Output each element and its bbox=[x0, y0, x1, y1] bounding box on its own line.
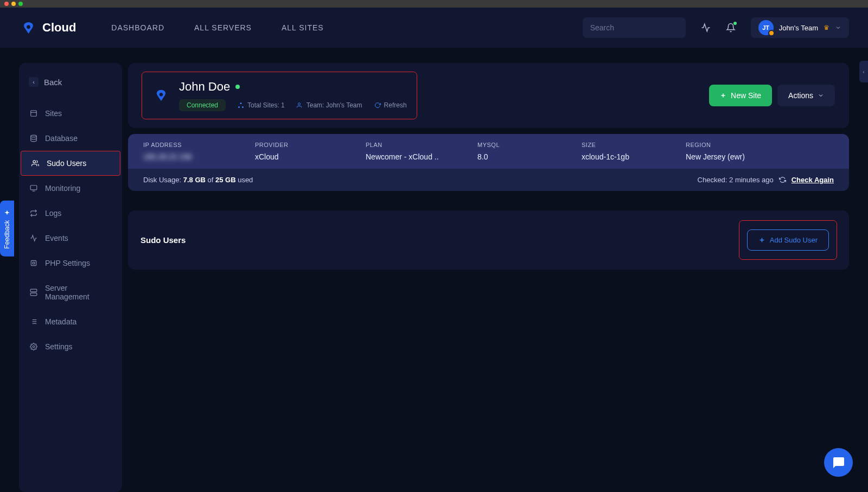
sidebar-item-monitoring[interactable]: Monitoring bbox=[19, 176, 122, 201]
database-icon bbox=[30, 135, 37, 142]
checked-timestamp: Checked: 2 minutes ago bbox=[698, 176, 774, 184]
mac-maximize-dot[interactable] bbox=[18, 2, 23, 6]
sidebar-item-php-settings[interactable]: PHP Settings bbox=[19, 251, 122, 276]
logs-icon bbox=[30, 209, 37, 217]
feedback-tab[interactable]: Feedback bbox=[0, 201, 14, 257]
svg-point-20 bbox=[238, 106, 240, 108]
server-management-icon bbox=[30, 289, 37, 296]
info-provider: PROVIDER xCloud bbox=[255, 142, 366, 161]
sidebar-item-server-management[interactable]: Server Management bbox=[19, 276, 122, 309]
sudo-users-title: Sudo Users bbox=[141, 235, 186, 245]
info-plan: PLAN Newcomer - xCloud .. bbox=[366, 142, 477, 161]
svg-point-19 bbox=[240, 103, 242, 104]
svg-point-5 bbox=[33, 161, 36, 163]
activity-button[interactable] bbox=[701, 23, 711, 33]
settings-icon bbox=[30, 343, 37, 350]
monitoring-icon bbox=[30, 184, 37, 192]
nav-links: DASHBOARD ALL SERVERS ALL SITES bbox=[111, 23, 323, 32]
svg-rect-9 bbox=[33, 262, 35, 264]
nav-link-dashboard[interactable]: DASHBOARD bbox=[111, 23, 164, 32]
svg-rect-2 bbox=[31, 111, 37, 117]
chevron-left-icon: ‹ bbox=[863, 69, 864, 75]
metadata-icon bbox=[30, 318, 37, 325]
sidebar-item-sites[interactable]: Sites bbox=[19, 101, 122, 126]
plus-icon bbox=[758, 237, 765, 244]
server-header-highlight: John Doe Connected Total Sites: 1 Team: … bbox=[142, 72, 417, 119]
sidebar-item-label: Events bbox=[45, 234, 68, 242]
sidebar-item-label: Database bbox=[45, 134, 78, 143]
activity-icon bbox=[701, 23, 711, 33]
connection-status: Connected bbox=[179, 99, 226, 111]
server-header-card: John Doe Connected Total Sites: 1 Team: … bbox=[128, 63, 849, 128]
notifications-button[interactable] bbox=[726, 23, 736, 33]
svg-point-21 bbox=[242, 106, 244, 108]
mac-close-dot[interactable] bbox=[4, 2, 9, 6]
server-name: John Doe bbox=[179, 80, 230, 94]
sidebar-item-label: PHP Settings bbox=[45, 259, 90, 267]
refresh-button[interactable]: Refresh bbox=[374, 101, 407, 109]
avatar: JT bbox=[758, 20, 774, 35]
nav-link-all-servers[interactable]: ALL SERVERS bbox=[194, 23, 252, 32]
mac-window-chrome bbox=[0, 0, 868, 8]
avatar-badge bbox=[768, 30, 775, 36]
sidebar-item-logs[interactable]: Logs bbox=[19, 201, 122, 226]
back-button[interactable]: ‹ Back bbox=[19, 73, 122, 91]
brand-name: Cloud bbox=[42, 21, 76, 35]
team-selector[interactable]: JT John's Team ♛ bbox=[751, 17, 849, 38]
svg-rect-10 bbox=[30, 289, 37, 292]
sudo-users-card: Sudo Users Add Sudo User bbox=[128, 210, 849, 270]
svg-rect-8 bbox=[31, 260, 36, 265]
disk-usage-text: Disk Usage: 7.8 GB of 25 GB used bbox=[143, 176, 253, 184]
refresh-icon bbox=[779, 176, 786, 183]
sparkle-icon bbox=[3, 208, 11, 216]
events-icon bbox=[30, 234, 37, 242]
sidebar-item-database[interactable]: Database bbox=[19, 126, 122, 151]
team-meta: Team: John's Team bbox=[297, 101, 362, 109]
sidebar-item-label: Sites bbox=[45, 109, 62, 118]
notification-dot bbox=[733, 22, 737, 25]
chat-icon bbox=[832, 456, 845, 469]
actions-button[interactable]: Actions bbox=[777, 85, 835, 106]
svg-point-22 bbox=[298, 103, 300, 105]
back-label: Back bbox=[44, 78, 62, 87]
check-again-button[interactable]: Check Again bbox=[792, 176, 834, 184]
mac-minimize-dot[interactable] bbox=[11, 2, 16, 6]
chevron-left-icon: ‹ bbox=[29, 77, 39, 87]
sidebar-item-label: Monitoring bbox=[45, 184, 80, 193]
sidebar-item-label: Sudo Users bbox=[47, 159, 86, 168]
brand-logo[interactable]: Cloud bbox=[19, 18, 76, 37]
right-panel-collapse[interactable]: ‹ bbox=[859, 61, 868, 82]
sidebar-item-label: Server Management bbox=[45, 284, 111, 301]
nav-link-all-sites[interactable]: ALL SITES bbox=[282, 23, 324, 32]
content-area: John Doe Connected Total Sites: 1 Team: … bbox=[128, 63, 849, 492]
add-sudo-user-button[interactable]: Add Sudo User bbox=[747, 229, 829, 251]
plus-icon bbox=[720, 92, 726, 99]
svg-point-4 bbox=[31, 135, 37, 137]
new-site-button[interactable]: New Site bbox=[709, 85, 772, 106]
sidebar-item-label: Settings bbox=[45, 342, 73, 351]
info-size: SIZE xcloud-1c-1gb bbox=[582, 142, 686, 161]
brand-logo-icon bbox=[19, 18, 38, 37]
chat-bubble-button[interactable] bbox=[824, 448, 853, 477]
sidebar-item-events[interactable]: Events bbox=[19, 226, 122, 251]
info-region: REGION New Jersey (ewr) bbox=[686, 142, 834, 161]
sidebar: ‹ Back Sites Database Sudo Users Monitor… bbox=[19, 63, 122, 492]
avatar-initials: JT bbox=[762, 24, 769, 31]
server-logo-icon bbox=[152, 86, 170, 105]
search-box[interactable] bbox=[583, 17, 686, 38]
sidebar-item-metadata[interactable]: Metadata bbox=[19, 309, 122, 334]
chevron-down-icon bbox=[835, 24, 841, 31]
team-name: John's Team bbox=[779, 24, 818, 32]
svg-rect-6 bbox=[30, 186, 37, 190]
sudo-users-icon bbox=[31, 159, 39, 167]
disk-usage-bar: Disk Usage: 7.8 GB of 25 GB used Checked… bbox=[128, 169, 849, 191]
chevron-down-icon bbox=[818, 92, 824, 99]
sidebar-item-label: Logs bbox=[45, 209, 61, 218]
top-nav: Cloud DASHBOARD ALL SERVERS ALL SITES JT… bbox=[0, 8, 868, 48]
total-sites-meta: Total Sites: 1 bbox=[238, 101, 285, 109]
search-input[interactable] bbox=[590, 23, 685, 32]
sidebar-item-settings[interactable]: Settings bbox=[19, 334, 122, 359]
crown-icon: ♛ bbox=[824, 24, 829, 31]
sidebar-item-sudo-users[interactable]: Sudo Users bbox=[21, 151, 120, 176]
info-ip: IP ADDRESS 185.28.22.196 bbox=[143, 142, 255, 161]
